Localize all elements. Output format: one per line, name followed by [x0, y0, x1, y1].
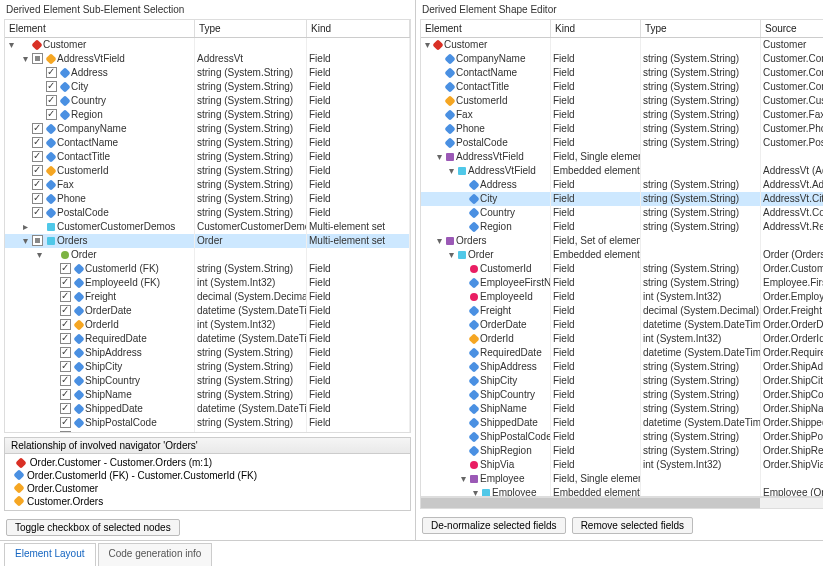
checkbox[interactable]: [60, 333, 71, 344]
tree-row[interactable]: ▾EmployeeEmbedded elementEmployee (Order…: [421, 486, 823, 497]
tree-row[interactable]: Regionstring (System.String)Field: [5, 108, 410, 122]
left-grid[interactable]: Element Type Kind ▾Customer▾AddressVtFie…: [4, 19, 411, 433]
checkbox[interactable]: [60, 417, 71, 428]
tree-row[interactable]: Citystring (System.String)Field: [5, 80, 410, 94]
tree-row[interactable]: EmployeeId (FK)int (System.Int32)Field: [5, 276, 410, 290]
col-element[interactable]: Element: [5, 20, 195, 37]
checkbox[interactable]: [32, 123, 43, 134]
expand-icon[interactable]: ▾: [447, 248, 456, 262]
tree-row[interactable]: ▾CustomerCustomer: [421, 38, 823, 52]
tree-row[interactable]: RequiredDatedatetime (System.DateTime)Fi…: [5, 332, 410, 346]
checkbox[interactable]: [60, 403, 71, 414]
tree-row[interactable]: CustomerIdFieldstring (System.String)Cus…: [421, 94, 823, 108]
tree-row[interactable]: CustomerIdstring (System.String)Field: [5, 164, 410, 178]
relation-item[interactable]: Order.CustomerId (FK) - Customer.Custome…: [11, 469, 404, 482]
tree-row[interactable]: ShipViaFieldint (System.Int32)Order.Ship…: [421, 458, 823, 472]
checkbox[interactable]: [32, 137, 43, 148]
tree-row[interactable]: ▾OrderEmbedded elementOrder (Orders): [421, 248, 823, 262]
tree-row[interactable]: RequiredDateFielddatetime (System.DateTi…: [421, 346, 823, 360]
tree-row[interactable]: FreightFielddecimal (System.Decimal)Orde…: [421, 304, 823, 318]
checkbox[interactable]: [32, 53, 43, 64]
tree-row[interactable]: ▾OrdersField, Set of elements: [421, 234, 823, 248]
right-grid[interactable]: Element Kind Type Source ▾CustomerCustom…: [420, 19, 823, 497]
tree-row[interactable]: ShipRegionstring (System.String)Field: [5, 430, 410, 433]
checkbox[interactable]: [60, 263, 71, 274]
tree-row[interactable]: ShipPostalCodestring (System.String)Fiel…: [5, 416, 410, 430]
relation-item[interactable]: Order.Customer: [11, 482, 404, 495]
tree-row[interactable]: ShipNamestring (System.String)Field: [5, 388, 410, 402]
tree-row[interactable]: PhoneFieldstring (System.String)Customer…: [421, 122, 823, 136]
checkbox[interactable]: [46, 81, 57, 92]
tree-row[interactable]: OrderIdFieldint (System.Int32)Order.Orde…: [421, 332, 823, 346]
col-source-r[interactable]: Source: [761, 20, 823, 37]
tab-code-generation[interactable]: Code generation info: [98, 543, 213, 566]
tree-row[interactable]: ShipCountryFieldstring (System.String)Or…: [421, 388, 823, 402]
col-kind[interactable]: Kind: [307, 20, 410, 37]
col-type-r[interactable]: Type: [641, 20, 761, 37]
checkbox[interactable]: [32, 165, 43, 176]
expand-icon[interactable]: ▾: [435, 150, 444, 164]
denormalize-button[interactable]: De-normalize selected fields: [422, 517, 566, 534]
tree-row[interactable]: ▾AddressVtFieldField, Single element: [421, 150, 823, 164]
checkbox[interactable]: [60, 347, 71, 358]
expand-icon[interactable]: ▾: [423, 38, 432, 52]
checkbox[interactable]: [60, 305, 71, 316]
col-kind-r[interactable]: Kind: [551, 20, 641, 37]
tree-row[interactable]: ContactTitleFieldstring (System.String)C…: [421, 80, 823, 94]
tree-row[interactable]: Addressstring (System.String)Field: [5, 66, 410, 80]
tree-row[interactable]: ▾EmployeeField, Single element: [421, 472, 823, 486]
tree-row[interactable]: ShippedDatedatetime (System.DateTime)Fie…: [5, 402, 410, 416]
expand-icon[interactable]: ▾: [21, 234, 30, 248]
tree-row[interactable]: OrderIdint (System.Int32)Field: [5, 318, 410, 332]
tree-row[interactable]: ▾AddressVtFieldEmbedded elementAddressVt…: [421, 164, 823, 178]
checkbox[interactable]: [32, 193, 43, 204]
tree-row[interactable]: ShippedDateFielddatetime (System.DateTim…: [421, 416, 823, 430]
checkbox[interactable]: [46, 95, 57, 106]
tree-row[interactable]: EmployeeIdFieldint (System.Int32)Order.E…: [421, 290, 823, 304]
tree-row[interactable]: ▾Order: [5, 248, 410, 262]
expand-icon[interactable]: ▾: [21, 52, 30, 66]
tree-row[interactable]: ▾Customer: [5, 38, 410, 52]
tree-row[interactable]: Countrystring (System.String)Field: [5, 94, 410, 108]
checkbox[interactable]: [32, 151, 43, 162]
tree-row[interactable]: ContactNamestring (System.String)Field: [5, 136, 410, 150]
remove-fields-button[interactable]: Remove selected fields: [572, 517, 693, 534]
checkbox[interactable]: [60, 375, 71, 386]
tree-row[interactable]: ShipRegionFieldstring (System.String)Ord…: [421, 444, 823, 458]
expand-icon[interactable]: ▾: [35, 248, 44, 262]
tree-row[interactable]: FaxFieldstring (System.String)Customer.F…: [421, 108, 823, 122]
tree-row[interactable]: CountryFieldstring (System.String)Addres…: [421, 206, 823, 220]
tree-row[interactable]: PostalCodeFieldstring (System.String)Cus…: [421, 136, 823, 150]
tree-row[interactable]: RegionFieldstring (System.String)Address…: [421, 220, 823, 234]
toggle-checkbox-button[interactable]: Toggle checkbox of selected nodes: [6, 519, 180, 536]
checkbox[interactable]: [46, 67, 57, 78]
tab-element-layout[interactable]: Element Layout: [4, 543, 96, 566]
tree-row[interactable]: ContactNameFieldstring (System.String)Cu…: [421, 66, 823, 80]
checkbox[interactable]: [60, 389, 71, 400]
checkbox[interactable]: [60, 277, 71, 288]
tree-row[interactable]: ContactTitlestring (System.String)Field: [5, 150, 410, 164]
tree-row[interactable]: Phonestring (System.String)Field: [5, 192, 410, 206]
checkbox[interactable]: [32, 235, 43, 246]
checkbox[interactable]: [60, 291, 71, 302]
expand-icon[interactable]: ▾: [7, 38, 16, 52]
tree-row[interactable]: PostalCodestring (System.String)Field: [5, 206, 410, 220]
tree-row[interactable]: OrderDateFielddatetime (System.DateTime)…: [421, 318, 823, 332]
tree-row[interactable]: CustomerId (FK)string (System.String)Fie…: [5, 262, 410, 276]
tree-row[interactable]: OrderDatedatetime (System.DateTime)Field: [5, 304, 410, 318]
horizontal-scrollbar[interactable]: [420, 497, 823, 509]
tree-row[interactable]: CompanyNamestring (System.String)Field: [5, 122, 410, 136]
relation-root[interactable]: Order.Customer - Customer.Orders (m:1): [11, 456, 404, 469]
tree-row[interactable]: ShipCountrystring (System.String)Field: [5, 374, 410, 388]
checkbox[interactable]: [46, 109, 57, 120]
checkbox[interactable]: [32, 179, 43, 190]
tree-row[interactable]: ▾AddressVtFieldAddressVtField: [5, 52, 410, 66]
tree-row[interactable]: Faxstring (System.String)Field: [5, 178, 410, 192]
tree-row[interactable]: ▸CustomerCustomerDemosCustomerCustomerDe…: [5, 220, 410, 234]
tree-row[interactable]: ShipAddressstring (System.String)Field: [5, 346, 410, 360]
tree-row[interactable]: ShipNameFieldstring (System.String)Order…: [421, 402, 823, 416]
tree-row[interactable]: ShipCitystring (System.String)Field: [5, 360, 410, 374]
expand-icon[interactable]: ▾: [459, 472, 468, 486]
tree-row[interactable]: CustomerIdFieldstring (System.String)Ord…: [421, 262, 823, 276]
tree-row[interactable]: EmployeeFirstNameFieldstring (System.Str…: [421, 276, 823, 290]
